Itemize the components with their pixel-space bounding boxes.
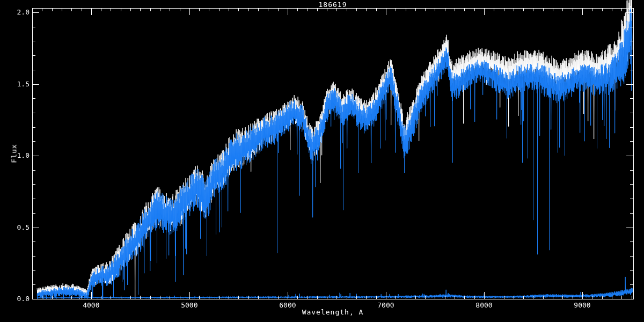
y-axis-label: Flux — [10, 144, 18, 163]
x-axis-label: Wavelength, A — [32, 308, 633, 316]
spectrum-plot-canvas — [0, 0, 644, 322]
spectrum-chart: 186619 Wavelength, A Flux — [0, 0, 644, 322]
chart-title: 186619 — [32, 1, 633, 9]
